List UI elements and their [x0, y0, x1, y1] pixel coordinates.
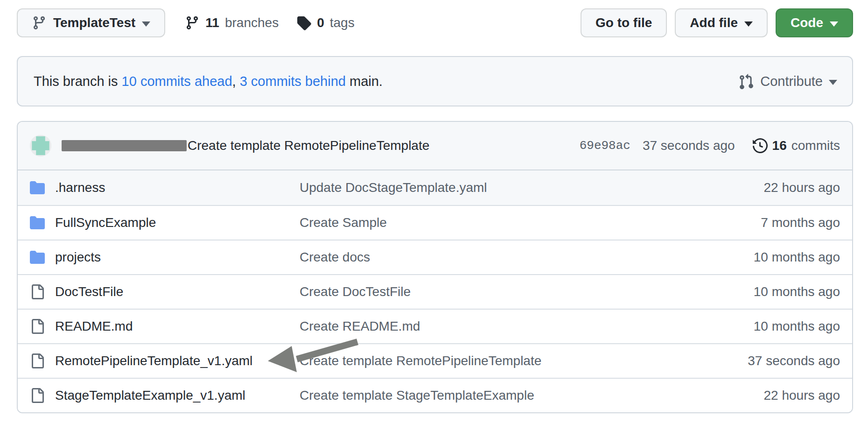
history-icon — [753, 138, 768, 153]
commits-count: 16 — [772, 138, 787, 153]
commit-message-link[interactable]: Create Sample — [300, 215, 761, 230]
file-row[interactable]: .harness Update DocStageTemplate.yaml 22… — [18, 170, 852, 205]
git-branch-icon — [32, 15, 47, 30]
commit-history-link[interactable]: 16 commits — [753, 138, 840, 153]
file-name-link[interactable]: .harness — [55, 180, 300, 195]
code-button[interactable]: Code — [776, 8, 853, 37]
git-compare-icon — [738, 73, 754, 89]
tags-label: tags — [330, 15, 355, 30]
commits-behind-link[interactable]: 3 commits behind — [240, 74, 346, 89]
file-name-link[interactable]: README.md — [55, 319, 300, 334]
toolbar-actions: Go to file Add file Code — [581, 8, 853, 37]
commit-hash[interactable]: 69e98ac — [580, 139, 630, 153]
branch-selector-button[interactable]: TemplateTest — [17, 8, 165, 37]
file-updated-time: 37 seconds ago — [748, 353, 840, 368]
status-separator: , — [232, 74, 240, 89]
repo-page: TemplateTest 11 branches 0 tags Go to fi… — [0, 0, 868, 413]
file-row[interactable]: StageTemplateExample_v1.yaml Create temp… — [18, 378, 852, 412]
go-to-file-label: Go to file — [595, 15, 652, 30]
commit-message-link[interactable]: Create template StageTemplateExample — [300, 388, 764, 403]
latest-commit-meta: 69e98ac 37 seconds ago 16 commits — [580, 138, 840, 153]
chevron-down-icon — [829, 80, 837, 85]
commit-message-link[interactable]: Create README.md — [300, 319, 754, 334]
latest-commit-message[interactable]: Create template RemotePipelineTemplate — [188, 138, 429, 153]
branches-label: branches — [225, 15, 279, 30]
chevron-down-icon — [142, 21, 150, 27]
add-file-label: Add file — [690, 15, 738, 30]
redacted-username — [62, 140, 187, 151]
latest-commit-bar: Create template RemotePipelineTemplate 6… — [18, 122, 852, 170]
file-browser-card: Create template RemotePipelineTemplate 6… — [17, 121, 853, 413]
file-list: .harness Update DocStageTemplate.yaml 22… — [18, 170, 852, 412]
file-row[interactable]: FullSyncExample Create Sample 7 months a… — [18, 205, 852, 240]
file-name-link[interactable]: RemotePipelineTemplate_v1.yaml — [55, 353, 300, 368]
folder-icon — [30, 250, 45, 265]
folder-icon — [30, 215, 45, 230]
commits-ahead-link[interactable]: 10 commits ahead — [122, 74, 232, 89]
branches-count: 11 — [205, 15, 219, 30]
git-branch-icon — [185, 15, 200, 30]
commit-message-link[interactable]: Update DocStageTemplate.yaml — [300, 180, 764, 195]
file-row[interactable]: README.md Create README.md 10 months ago — [18, 309, 852, 343]
file-icon — [30, 388, 45, 403]
commit-message-link[interactable]: Create DocTestFile — [300, 284, 754, 299]
branch-status-banner: This branch is 10 commits ahead, 3 commi… — [17, 56, 853, 106]
file-row[interactable]: DocTestFile Create DocTestFile 10 months… — [18, 274, 852, 309]
file-icon — [30, 284, 45, 299]
code-label: Code — [791, 15, 823, 30]
commit-message-link[interactable]: Create docs — [300, 250, 754, 265]
contribute-button[interactable]: Contribute — [738, 73, 837, 89]
commits-label: commits — [791, 138, 840, 153]
file-name-link[interactable]: DocTestFile — [55, 284, 300, 299]
file-updated-time: 10 months ago — [754, 284, 840, 299]
add-file-button[interactable]: Add file — [675, 8, 768, 37]
avatar[interactable] — [30, 135, 51, 156]
repo-toolbar: TemplateTest 11 branches 0 tags Go to fi… — [17, 8, 853, 37]
file-name-link[interactable]: projects — [55, 250, 300, 265]
folder-icon — [30, 180, 45, 195]
tag-icon — [296, 15, 311, 30]
file-updated-time: 22 hours ago — [764, 180, 840, 195]
file-row[interactable]: RemotePipelineTemplate_v1.yaml Create te… — [18, 343, 852, 378]
current-branch-label: TemplateTest — [53, 15, 135, 30]
file-name-link[interactable]: StageTemplateExample_v1.yaml — [55, 388, 300, 403]
commit-timestamp: 37 seconds ago — [643, 138, 735, 153]
chevron-down-icon — [744, 21, 753, 27]
branches-link[interactable]: 11 branches — [185, 15, 279, 30]
file-row[interactable]: projects Create docs 10 months ago — [18, 240, 852, 274]
status-prefix: This branch is — [34, 74, 122, 89]
file-icon — [30, 319, 45, 334]
tags-link[interactable]: 0 tags — [296, 15, 355, 30]
identicon — [30, 135, 51, 156]
file-name-link[interactable]: FullSyncExample — [55, 215, 300, 230]
status-suffix: main. — [346, 74, 383, 89]
file-updated-time: 22 hours ago — [764, 388, 840, 403]
file-updated-time: 10 months ago — [754, 319, 840, 334]
file-updated-time: 10 months ago — [754, 250, 840, 265]
go-to-file-button[interactable]: Go to file — [581, 8, 667, 37]
chevron-down-icon — [830, 21, 838, 27]
branch-status-text: This branch is 10 commits ahead, 3 commi… — [34, 74, 383, 89]
file-icon — [30, 353, 45, 368]
commit-message-link[interactable]: Create template RemotePipelineTemplate — [300, 353, 748, 368]
tags-count: 0 — [317, 15, 324, 30]
file-updated-time: 7 months ago — [761, 215, 840, 230]
contribute-label: Contribute — [760, 74, 823, 89]
